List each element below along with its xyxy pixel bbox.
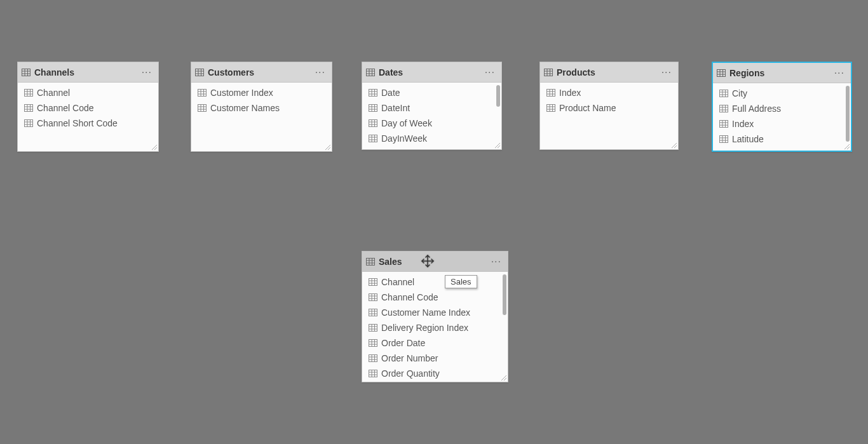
table-body: Index Product Name	[540, 83, 678, 149]
scrollbar[interactable]	[496, 85, 500, 107]
scrollbar[interactable]	[503, 274, 506, 315]
field-row[interactable]: DayInWeek	[362, 131, 501, 146]
table-card-products[interactable]: Products ··· Index Product Name	[539, 62, 679, 150]
table-card-channels[interactable]: Channels ··· Channel Channel Code Channe…	[17, 62, 159, 152]
svg-rect-93	[720, 105, 728, 112]
table-header-channels[interactable]: Channels ···	[18, 62, 158, 83]
resize-handle[interactable]	[495, 143, 500, 148]
column-icon	[198, 89, 207, 97]
field-row[interactable]: Index	[540, 85, 678, 100]
field-row[interactable]: Channel Code	[18, 100, 158, 116]
svg-line-64	[495, 143, 500, 148]
field-row[interactable]: City	[713, 86, 851, 101]
table-header-products[interactable]: Products ···	[540, 62, 678, 83]
field-label: Order Date	[381, 338, 425, 348]
tooltip-text: Sales	[451, 277, 471, 286]
svg-rect-10	[25, 105, 33, 112]
svg-rect-5	[25, 90, 33, 97]
field-row[interactable]: DateInt	[362, 100, 501, 116]
svg-line-65	[498, 145, 500, 148]
field-row[interactable]: Day of Week	[362, 116, 501, 131]
table-header-sales[interactable]: Sales ···	[362, 252, 508, 272]
more-options-icon[interactable]: ···	[490, 257, 503, 267]
column-icon	[369, 339, 377, 347]
more-options-icon[interactable]: ···	[314, 67, 327, 77]
svg-rect-125	[369, 309, 377, 316]
field-label: Customer Name Index	[381, 307, 470, 318]
svg-rect-59	[369, 135, 377, 142]
svg-rect-66	[545, 69, 553, 76]
table-card-regions[interactable]: Regions ··· City Full Address Index Lati…	[712, 62, 852, 152]
svg-rect-103	[720, 136, 728, 143]
table-header-regions[interactable]: Regions ···	[713, 63, 851, 83]
field-row[interactable]: Channel	[18, 85, 158, 100]
svg-rect-71	[547, 90, 555, 97]
svg-rect-27	[198, 90, 207, 97]
svg-rect-110	[367, 258, 375, 265]
field-row[interactable]: Latitude	[713, 131, 851, 147]
field-row[interactable]: Delivery Region Index	[362, 320, 508, 335]
scrollbar[interactable]	[846, 86, 850, 142]
svg-rect-115	[369, 279, 377, 286]
field-row[interactable]: Order Date	[362, 335, 508, 351]
table-icon	[195, 69, 204, 76]
resize-handle[interactable]	[152, 145, 157, 150]
field-row[interactable]: Channel Short Code	[18, 116, 158, 131]
column-icon	[24, 119, 33, 127]
field-row[interactable]: Customer Names	[191, 100, 332, 116]
field-label: Channel Code	[381, 292, 438, 302]
field-row[interactable]: Product Name	[540, 100, 678, 116]
resize-handle[interactable]	[501, 375, 506, 380]
svg-line-20	[152, 145, 157, 150]
column-icon	[369, 89, 377, 97]
column-icon	[369, 293, 377, 301]
column-icon	[198, 104, 207, 112]
svg-line-108	[844, 144, 850, 149]
field-row[interactable]: Order Number	[362, 351, 508, 366]
table-header-dates[interactable]: Dates ···	[362, 62, 501, 83]
column-icon	[719, 120, 728, 128]
more-options-icon[interactable]: ···	[660, 67, 673, 77]
resize-handle[interactable]	[325, 145, 330, 150]
svg-line-81	[672, 143, 677, 148]
svg-rect-39	[367, 69, 375, 76]
svg-rect-98	[720, 121, 728, 128]
table-icon	[22, 69, 31, 76]
field-label: Channel	[37, 88, 70, 98]
field-row[interactable]: Channel	[362, 274, 508, 290]
column-icon	[546, 89, 555, 97]
column-icon	[369, 119, 377, 127]
more-options-icon[interactable]: ···	[833, 68, 846, 78]
table-header-customers[interactable]: Customers ···	[191, 62, 332, 83]
resize-handle[interactable]	[672, 143, 677, 148]
column-icon	[369, 370, 377, 377]
table-card-sales[interactable]: Sales ··· Channel Channel Code Customer …	[362, 251, 508, 382]
svg-rect-140	[369, 355, 377, 362]
resize-handle[interactable]	[844, 144, 850, 149]
svg-rect-88	[720, 90, 728, 97]
svg-line-37	[325, 145, 330, 150]
table-card-customers[interactable]: Customers ··· Customer Index Customer Na…	[191, 62, 332, 152]
svg-line-109	[847, 147, 850, 149]
table-card-dates[interactable]: Dates ··· Date DateInt Day of Week DayIn…	[362, 62, 502, 150]
svg-line-150	[501, 375, 506, 380]
svg-rect-44	[369, 90, 377, 97]
field-label: Channel Code	[37, 103, 94, 113]
field-label: Latitude	[732, 134, 764, 144]
field-label: Channel	[381, 277, 414, 287]
svg-rect-15	[25, 120, 33, 127]
field-row[interactable]: Order Quantity	[362, 366, 508, 381]
field-row[interactable]: Customer Index	[191, 85, 332, 100]
table-title: Customers	[208, 67, 314, 77]
field-label: Date	[381, 88, 400, 98]
svg-line-21	[154, 147, 157, 150]
table-title: Channels	[34, 67, 140, 77]
field-row[interactable]: Channel Code	[362, 290, 508, 305]
more-options-icon[interactable]: ···	[140, 67, 153, 77]
more-options-icon[interactable]: ···	[484, 67, 496, 77]
field-row[interactable]: Customer Name Index	[362, 305, 508, 320]
field-row[interactable]: Index	[713, 116, 851, 131]
field-row[interactable]: Date	[362, 85, 501, 100]
field-row[interactable]: Full Address	[713, 101, 851, 116]
table-body: Channel Channel Code Customer Name Index…	[362, 272, 508, 382]
